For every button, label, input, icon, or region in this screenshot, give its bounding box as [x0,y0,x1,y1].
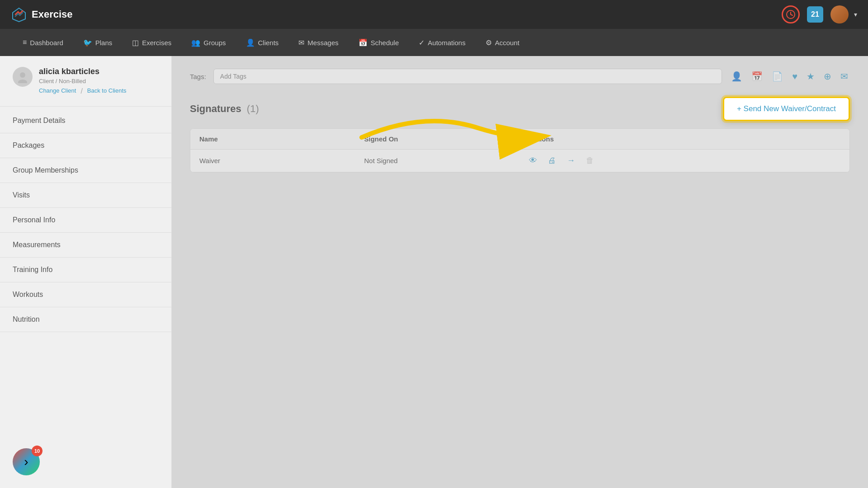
client-links: Change Client / Back to Clients [39,87,159,95]
signatures-table: Name Signed On Actions Waiver Not Signed… [190,128,850,173]
app-logo [11,6,27,23]
svg-point-5 [18,80,27,83]
plans-icon: 🐦 [83,38,92,47]
main-nav: ≡ Dashboard 🐦 Plans ◫ Exercises 👥 Groups… [0,29,868,56]
tags-label: Tags: [190,73,206,80]
clock-icon[interactable] [782,5,800,23]
client-info: alicia kbarticles Client / Non-Billed Ch… [0,67,171,106]
col-header-signed-on: Signed On [355,129,520,149]
nav-item-clients[interactable]: 👤 Clients [238,35,287,51]
back-to-clients-link[interactable]: Back to Clients [87,87,127,95]
sidebar-item-payment-details[interactable]: Payment Details [0,108,171,133]
nav-item-account[interactable]: ⚙ Account [477,35,528,51]
col-header-actions: Actions [520,129,849,149]
row-actions: 👁 🖨 → 🗑 [520,150,849,172]
nav-item-exercises[interactable]: ◫ Exercises [124,35,179,51]
app-title: Exercise [32,9,73,20]
action-icons: 👤 📅 📄 ♥ ★ ⊕ ✉ [729,69,850,84]
user-profile-icon[interactable]: 👤 [729,69,744,84]
svg-point-4 [20,72,25,78]
sidebar-item-group-memberships[interactable]: Group Memberships [0,158,171,183]
nav-item-messages[interactable]: ✉ Messages [290,35,346,51]
messages-icon: ✉ [298,38,304,47]
email-action-icon[interactable]: ✉ [839,69,850,84]
client-details: alicia kbarticles Client / Non-Billed Ch… [39,67,159,95]
nav-item-plans[interactable]: 🐦 Plans [75,35,121,51]
chevron-down-icon: ▾ [854,11,857,18]
change-client-link[interactable]: Change Client [39,87,76,95]
cell-signed-on: Not Signed [355,150,520,171]
tags-input-wrap[interactable] [213,69,722,84]
send-new-waiver-button[interactable]: + Send New Waiver/Contract [723,97,850,121]
groups-icon: 👥 [191,38,200,47]
link-separator: / [80,87,82,95]
plus-circle-action-icon[interactable]: ⊕ [822,69,833,84]
table-header: Name Signed On Actions [190,129,849,150]
nav-item-groups[interactable]: 👥 Groups [183,35,234,51]
sidebar-item-packages[interactable]: Packages [0,133,171,158]
dashboard-icon: ≡ [23,38,27,47]
top-bar: Exercise 21 ▾ [0,0,868,29]
sidebar-item-training-info[interactable]: Training Info [0,258,171,282]
avatar [830,5,849,23]
cell-name: Waiver [190,150,355,171]
delete-icon[interactable]: 🗑 [586,156,594,165]
client-avatar [13,67,33,87]
sidebar-item-personal-info[interactable]: Personal Info [0,208,171,233]
account-icon: ⚙ [486,38,492,47]
tags-bar: Tags: 👤 📅 📄 ♥ ★ ⊕ ✉ [190,69,850,84]
sidebar-item-workouts[interactable]: Workouts [0,282,171,307]
tags-input[interactable] [220,73,715,80]
sidebar-divider-top [0,106,171,107]
col-header-name: Name [190,129,355,149]
sidebar-item-nutrition[interactable]: Nutrition [0,307,171,332]
star-action-icon[interactable]: ★ [805,69,816,84]
chat-widget[interactable]: › 10 [13,448,40,475]
top-bar-actions: 21 ▾ [782,5,857,23]
notification-badge[interactable]: 21 [807,6,823,23]
sidebar-item-visits[interactable]: Visits [0,183,171,208]
heart-action-icon[interactable]: ♥ [790,70,799,84]
nav-item-dashboard[interactable]: ≡ Dashboard [14,35,71,50]
document-action-icon[interactable]: 📄 [770,69,785,84]
view-icon[interactable]: 👁 [529,156,537,165]
nav-item-schedule[interactable]: 📅 Schedule [350,35,407,51]
print-icon[interactable]: 🖨 [548,156,556,165]
chat-widget-badge: 10 [32,446,42,456]
nav-item-automations[interactable]: ✓ Automations [410,35,473,51]
section-title: Signatures (1) [190,103,259,115]
sidebar: alicia kbarticles Client / Non-Billed Ch… [0,56,172,488]
clients-icon: 👤 [246,38,255,47]
client-name: alicia kbarticles [39,67,159,76]
user-menu[interactable]: ▾ [830,5,857,23]
automations-icon: ✓ [419,38,425,47]
exercises-icon: ◫ [132,38,139,47]
send-icon[interactable]: → [567,156,575,165]
table-row: Waiver Not Signed 👁 🖨 → 🗑 [190,150,849,172]
logo-area: Exercise [11,6,73,23]
section-header: Signatures (1) + Send New Waiver/Contrac… [190,97,850,121]
svg-line-3 [791,14,793,15]
content-area: Tags: 👤 📅 📄 ♥ ★ ⊕ ✉ Signatures [172,56,868,185]
client-type: Client / Non-Billed [39,78,159,84]
sidebar-item-measurements[interactable]: Measurements [0,233,171,258]
schedule-icon: 📅 [359,38,368,47]
main-layout: alicia kbarticles Client / Non-Billed Ch… [0,56,868,488]
content-wrapper: Tags: 👤 📅 📄 ♥ ★ ⊕ ✉ Signatures [172,56,868,488]
calendar-action-icon[interactable]: 📅 [750,69,764,84]
